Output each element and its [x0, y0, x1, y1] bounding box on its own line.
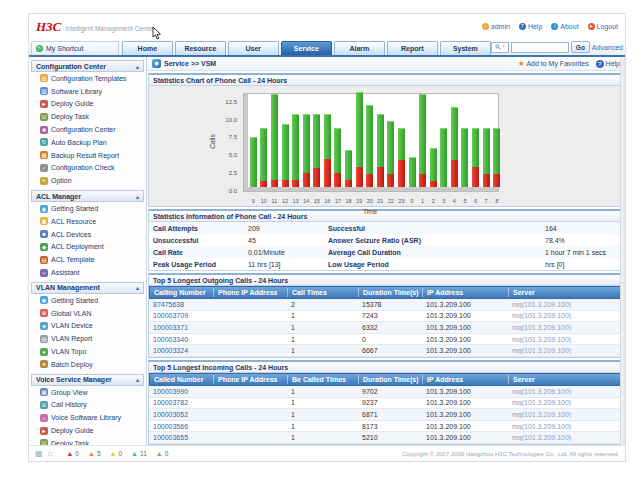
sidebar-item-configuration-check[interactable]: ✓Configuration Check [31, 162, 144, 175]
sidebar-section-configuration-center: Configuration Center▴▤Configuration Temp… [31, 60, 144, 187]
sidebar-item-acl-resource[interactable]: ▣ACL Resource [31, 215, 144, 228]
tab-home[interactable]: Home [122, 41, 173, 55]
table-row: 10000370917243101.3.209.100mg(101.3.209.… [149, 311, 623, 323]
cell-called-number[interactable]: 100003782 [149, 399, 213, 406]
alarm-minor[interactable]: ▲0 [110, 450, 123, 457]
bar-segment-successful [440, 128, 447, 186]
alarm-warning[interactable]: ▲11 [131, 450, 147, 457]
cell-calling-number[interactable]: 100003371 [149, 324, 213, 331]
status-home-icon[interactable]: ⌂ [48, 449, 53, 458]
column-header-call-times[interactable]: Call Times [288, 288, 359, 297]
sidebar-item-getting-started[interactable]: ◉Getting Started [31, 294, 144, 307]
info-icon: i [551, 23, 558, 30]
column-header-server[interactable]: Server [509, 375, 622, 384]
search-scope-selector[interactable]: * [491, 42, 509, 53]
sidebar-item-vlan-report[interactable]: ▤VLAN Report [31, 332, 144, 345]
sidebar-item-vlan-topo[interactable]: ♦VLAN Topo [31, 345, 144, 358]
column-header-duration-time-s[interactable]: Duration Time(s) [359, 288, 423, 297]
page-help-link[interactable]: ? Help [596, 60, 620, 68]
bar-segment-unsuccessful [377, 167, 384, 187]
column-header-ip-address[interactable]: IP Address [423, 375, 509, 384]
collapse-icon[interactable]: ▴ [136, 284, 139, 291]
sidebar-item-vlan-device[interactable]: ◈VLAN Device [31, 320, 144, 333]
sidebar-item-group-view[interactable]: ▦Group View [31, 386, 144, 399]
sidebar-item-acl-deployment[interactable]: ◆ACL Deployment [31, 241, 144, 254]
vertical-scrollbar[interactable] [620, 58, 625, 445]
cell-called-number[interactable]: 100003655 [149, 434, 213, 441]
bar-hour-5 [461, 128, 468, 186]
column-header-ip-address[interactable]: IP Address [423, 288, 509, 297]
sidebar-item-deploy-guide[interactable]: ►Deploy Guide [31, 98, 144, 111]
cell-called-number[interactable]: 100003052 [149, 411, 213, 418]
sidebar-item-acl-devices[interactable]: ■ACL Devices [31, 228, 144, 241]
alarm-info[interactable]: ▲0 [156, 450, 169, 457]
help-link[interactable]: ? Help [519, 23, 542, 30]
sidebar-item-voice-software-library[interactable]: ♪Voice Software Library [31, 411, 144, 424]
sidebar-section-header-configuration-center[interactable]: Configuration Center▴ [31, 60, 144, 72]
bar-segment-successful [313, 114, 320, 169]
collapse-icon[interactable]: ▴ [136, 63, 139, 70]
bar-segment-unsuccessful [483, 174, 490, 187]
breadcrumb-section[interactable]: Service [164, 60, 189, 67]
alarm-major[interactable]: ▲5 [88, 450, 101, 457]
sidebar-item-deploy-guide[interactable]: ►Deploy Guide [31, 424, 144, 437]
cell-called-number[interactable]: 100003566 [149, 423, 213, 430]
tab-alarm[interactable]: Alarm [334, 41, 385, 55]
tab-system[interactable]: System [440, 41, 491, 55]
add-to-favorites-link[interactable]: ★ Add to My Favorites [518, 59, 589, 68]
tab-resource[interactable]: Resource [175, 41, 226, 55]
column-header-calling-number[interactable]: Calling Number [150, 288, 214, 297]
column-header-server[interactable]: Server [509, 288, 622, 297]
tab-bar: HomeResourceUserServiceAlarmReportSystem [122, 41, 491, 55]
search-input[interactable] [511, 42, 569, 53]
column-header-phone-ip-address[interactable]: Phone IP Address [214, 288, 288, 297]
status-grid-icon[interactable]: ▦ [35, 449, 43, 458]
logout-link[interactable]: ➤ Logout [588, 23, 618, 30]
sidebar-item-acl-template[interactable]: ▤ACL Template [31, 253, 144, 266]
sidebar-item-global-vlan[interactable]: ⊕Global VLAN [31, 307, 144, 320]
sidebar-item-software-library[interactable]: ▥Software Library [31, 85, 144, 98]
logged-in-user[interactable]: ☺ admin [482, 23, 510, 30]
alarm-critical[interactable]: ▲0 [66, 450, 79, 457]
tab-user[interactable]: User [228, 41, 279, 55]
collapse-icon[interactable]: ▴ [136, 376, 139, 383]
alarm-count: 11 [140, 450, 147, 457]
table-row: 10000332416667101.3.209.100mg(101.3.209.… [149, 345, 623, 357]
sidebar-item-backup-result-report[interactable]: ▦Backup Result Report [31, 149, 144, 162]
column-header-be-called-times[interactable]: Be Called Times [288, 375, 359, 384]
sidebar-item-option[interactable]: ✎Option [31, 174, 144, 187]
cell-calling-number[interactable]: 100003709 [149, 312, 213, 319]
about-link[interactable]: i About [551, 23, 578, 30]
column-header-phone-ip-address[interactable]: Phone IP Address [214, 375, 288, 384]
help-icon: ? [519, 23, 526, 30]
advanced-search-link[interactable]: Advanced [592, 44, 623, 51]
scope-mark: * [502, 44, 504, 50]
sidebar-item-label: VLAN Report [51, 335, 92, 342]
cell-called-number[interactable]: 100003990 [149, 388, 213, 395]
collapse-icon[interactable]: ▴ [136, 193, 139, 200]
acl-resource-icon: ▣ [40, 217, 48, 225]
cell-calling-number[interactable]: 87475638 [149, 301, 213, 308]
sidebar-item-assistant[interactable]: ☺Assistant [31, 266, 144, 279]
sidebar-section-header-vlan-management[interactable]: VLAN Management▴ [31, 282, 144, 294]
cell-server: mg(101.3.209.100) [508, 301, 623, 308]
sidebar-item-batch-deploy[interactable]: ≡Batch Deploy [31, 358, 144, 371]
my-shortcut-button[interactable]: ↻ My Shortcut [31, 41, 119, 55]
sidebar-item-auto-backup-plan[interactable]: ↻Auto Backup Plan [31, 136, 144, 149]
column-header-duration-time-s[interactable]: Duration Time(s) [359, 375, 423, 384]
tab-service[interactable]: Service [281, 41, 332, 55]
column-header-called-number[interactable]: Called Number [150, 375, 214, 384]
sidebar-item-deploy-task[interactable]: ☑Deploy Task [31, 437, 144, 445]
sidebar-item-configuration-templates[interactable]: ▤Configuration Templates [31, 72, 144, 85]
sidebar-item-getting-started[interactable]: ◉Getting Started [31, 202, 144, 215]
sidebar-section-header-acl-manager[interactable]: ACL Manager▴ [31, 190, 144, 202]
go-button[interactable]: Go [571, 41, 590, 53]
sidebar-section-header-voice-service-manager[interactable]: Voice Service Manager▴ [31, 374, 144, 386]
cell-calling-number[interactable]: 100003340 [149, 336, 213, 343]
sidebar-item-configuration-center[interactable]: ✱Configuration Center [31, 123, 144, 136]
sidebar-item-call-history[interactable]: ☏Call History [31, 399, 144, 412]
cell-call-times: 1 [287, 336, 358, 343]
tab-report[interactable]: Report [387, 41, 438, 55]
sidebar-item-deploy-task[interactable]: ☑Deploy Task [31, 110, 144, 123]
cell-calling-number[interactable]: 100003324 [149, 347, 213, 354]
